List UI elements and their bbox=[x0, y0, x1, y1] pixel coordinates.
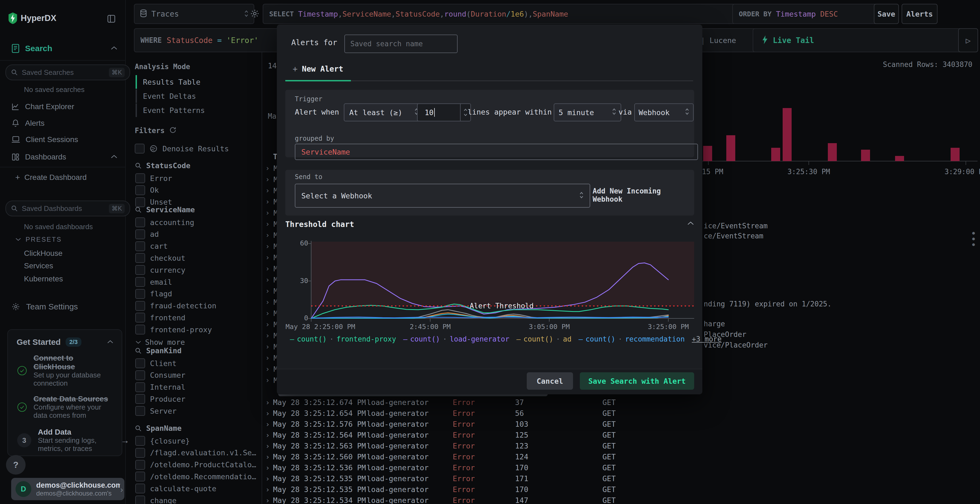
table-row[interactable]: ›May 28 3:25:12.576 PMload-generatorErro… bbox=[262, 418, 980, 429]
sidebar-item-services[interactable]: Services bbox=[24, 262, 53, 270]
checkbox[interactable] bbox=[135, 265, 145, 275]
filter-option-email[interactable]: email bbox=[135, 277, 172, 288]
checkbox[interactable] bbox=[135, 406, 145, 416]
table-row-clipped[interactable]: ›M bbox=[266, 263, 278, 274]
chevron-up-icon[interactable] bbox=[107, 340, 113, 345]
get-started-step-1[interactable]: Connect to ClickHouse Set up your databa… bbox=[17, 354, 115, 388]
filter-option-error[interactable]: Error bbox=[135, 173, 172, 184]
cancel-button[interactable]: Cancel bbox=[527, 372, 573, 390]
filter-option-currency[interactable]: currency bbox=[135, 264, 185, 275]
get-started-step-3[interactable]: 3 Add Data Start sending logs, metrics, … bbox=[17, 428, 115, 453]
filter-option--flagd-evaluation-v1-se-[interactable]: /flagd.evaluation.v1.Se… bbox=[135, 447, 256, 458]
sidebar-item-clickhouse[interactable]: ClickHouse bbox=[24, 249, 63, 258]
analysis-mode-results-table[interactable]: Results Table bbox=[135, 75, 257, 89]
table-row[interactable]: ›May 28 3:25:12.564 PMload-generatorErro… bbox=[262, 429, 980, 440]
checkbox[interactable] bbox=[135, 253, 145, 263]
table-row[interactable]: ›May 28 3:25:12.535 PMload-generatorErro… bbox=[262, 484, 980, 495]
saved-searches-input[interactable]: Saved Searches ⌘K bbox=[5, 65, 130, 80]
filter-option-frontend[interactable]: frontend bbox=[135, 312, 185, 323]
checkbox[interactable] bbox=[135, 483, 145, 493]
filter-group-header-statuscode[interactable]: StatusCode bbox=[135, 161, 191, 170]
checkbox[interactable] bbox=[135, 185, 145, 195]
filter-option-flagd[interactable]: flagd bbox=[135, 288, 172, 299]
filter-option-ad[interactable]: ad bbox=[135, 229, 159, 240]
kebab-menu-icon[interactable]: ••• bbox=[971, 231, 976, 248]
sidebar-item-chart-explorer[interactable]: Chart Explorer bbox=[11, 101, 118, 113]
table-row-clipped[interactable]: ›M bbox=[266, 230, 278, 240]
legend-item-ad[interactable]: —count()·ad bbox=[516, 335, 571, 343]
user-menu[interactable]: D demos@clickhouse.com demos@clickhouse.… bbox=[11, 478, 124, 500]
new-alert-tab[interactable]: + New Alert bbox=[293, 64, 343, 74]
analysis-mode-event-patterns[interactable]: Event Patterns bbox=[135, 103, 257, 117]
table-row[interactable]: ›May 28 3:25:12.536 PMload-generatorErro… bbox=[262, 462, 980, 473]
checkbox[interactable] bbox=[135, 144, 145, 154]
checkbox[interactable] bbox=[135, 313, 145, 323]
checkbox[interactable] bbox=[135, 289, 145, 299]
filter-option-fraud-detection[interactable]: fraud-detection bbox=[135, 300, 216, 311]
table-row-clipped[interactable]: ›M bbox=[266, 207, 278, 218]
checkbox[interactable] bbox=[135, 382, 145, 392]
window-select[interactable]: 5 minute bbox=[554, 103, 621, 121]
filter-option--oteldemo-productcatalo-[interactable]: /oteldemo.ProductCatalo… bbox=[135, 459, 256, 470]
checkbox[interactable] bbox=[135, 496, 145, 504]
filter-group-header-servicename[interactable]: ServiceName bbox=[135, 205, 195, 214]
checkbox[interactable] bbox=[135, 394, 145, 404]
legend-item-recommendation[interactable]: —count()·recommendation bbox=[579, 335, 685, 343]
denoise-results-checkbox[interactable]: Denoise Results bbox=[135, 144, 229, 154]
table-row-clipped[interactable]: ›M bbox=[266, 174, 278, 185]
table-row-clipped[interactable]: ›M bbox=[266, 297, 278, 307]
filter-option-checkout[interactable]: checkout bbox=[135, 253, 185, 264]
checkbox[interactable] bbox=[135, 242, 145, 251]
filter-option--closure-[interactable]: {closure} bbox=[135, 436, 190, 446]
sidebar-item-search[interactable]: Search bbox=[11, 42, 118, 55]
table-row-clipped[interactable]: ›M bbox=[266, 375, 278, 386]
filter-option-ok[interactable]: Ok bbox=[135, 185, 159, 196]
filter-group-header-spanname[interactable]: SpanName bbox=[135, 424, 181, 432]
collapse-chart-chevron-icon[interactable] bbox=[687, 221, 694, 226]
table-row-clipped[interactable]: ›M bbox=[266, 330, 278, 341]
filter-option-client[interactable]: Client bbox=[135, 358, 177, 369]
show-more-toggle[interactable]: Show more bbox=[135, 338, 185, 347]
table-row[interactable]: ›May 28 3:25:12.535 PMload-generatorErro… bbox=[262, 473, 980, 484]
checkbox[interactable] bbox=[135, 448, 145, 458]
saved-dashboards-input[interactable]: Saved Dashboards ⌘K bbox=[5, 200, 130, 216]
table-row-clipped[interactable]: ›M bbox=[266, 285, 278, 296]
filter-option-server[interactable]: Server bbox=[135, 405, 177, 417]
sidebar-item-alerts[interactable]: Alerts bbox=[11, 117, 118, 129]
checkbox[interactable] bbox=[135, 436, 145, 446]
filter-option-producer[interactable]: Producer bbox=[135, 394, 185, 404]
table-row-clipped[interactable]: ›M bbox=[266, 352, 278, 363]
table-row[interactable]: ›May 28 3:25:12.654 PMload-generatorErro… bbox=[262, 408, 980, 418]
refresh-icon[interactable] bbox=[169, 126, 177, 135]
create-dashboard-button[interactable]: + Create Dashboard bbox=[15, 172, 87, 183]
table-row[interactable]: ›May 28 3:25:12.534 PMload-generatorErro… bbox=[262, 495, 980, 504]
sidebar-item-dashboards[interactable]: Dashboards bbox=[11, 151, 118, 163]
table-row[interactable]: ›May 28 3:25:12.674 PMload-generatorErro… bbox=[262, 397, 980, 408]
table-row[interactable]: ›May 28 3:25:12.560 PMload-generatorErro… bbox=[262, 451, 980, 462]
saved-search-name-input[interactable]: Saved search name bbox=[344, 35, 458, 53]
checkbox[interactable] bbox=[135, 277, 145, 287]
sidebar-collapse-icon[interactable] bbox=[107, 14, 116, 24]
legend-item-load-generator[interactable]: —count()·load-generator bbox=[403, 335, 509, 343]
filter-option-internal[interactable]: Internal bbox=[135, 382, 185, 393]
checkbox[interactable] bbox=[135, 370, 145, 380]
app-logo[interactable]: HyperDX bbox=[8, 12, 56, 24]
table-row-clipped[interactable]: ›M bbox=[266, 163, 278, 173]
table-row-clipped[interactable]: ›M bbox=[266, 185, 278, 196]
table-row-clipped[interactable]: ›M bbox=[266, 319, 278, 330]
get-started-step-2[interactable]: Create Data Sources Configure where your… bbox=[17, 394, 115, 420]
sidebar-item-client-sessions[interactable]: Client Sessions bbox=[11, 134, 118, 146]
checkbox[interactable] bbox=[135, 460, 145, 470]
webhook-select[interactable]: Select a Webhook bbox=[295, 184, 590, 208]
table-row-clipped[interactable]: ›M bbox=[266, 219, 278, 229]
checkbox[interactable] bbox=[135, 173, 145, 183]
source-settings-gear-icon[interactable] bbox=[250, 9, 260, 20]
filter-option-cart[interactable]: cart bbox=[135, 241, 168, 252]
presets-section-toggle[interactable]: PRESETS bbox=[15, 236, 62, 243]
table-row[interactable]: ›May 28 3:25:12.563 PMload-generatorErro… bbox=[262, 440, 980, 451]
sidebar-item-kubernetes[interactable]: Kubernetes bbox=[24, 275, 63, 283]
sidebar-item-team-settings[interactable]: Team Settings bbox=[11, 301, 78, 313]
checkbox[interactable] bbox=[135, 218, 145, 227]
legend-item-frontend-proxy[interactable]: —count()·frontend-proxy bbox=[290, 335, 396, 343]
table-row-clipped[interactable]: ›M bbox=[266, 196, 278, 207]
